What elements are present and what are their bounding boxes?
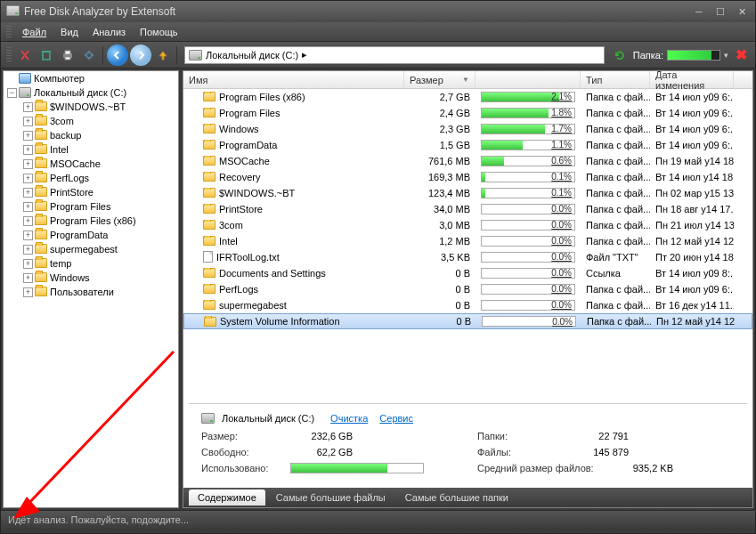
table-row[interactable]: System Volume Information0 B0.0%Папка с … <box>183 313 752 329</box>
minimize-button[interactable]: ─ <box>691 5 707 18</box>
table-row[interactable]: Intel1,2 MB0.0%Папка с фай...Пн 12 май у… <box>183 233 752 249</box>
tree-folder-item[interactable]: +temp <box>4 256 178 271</box>
tab-big-files[interactable]: Самые большие файлы <box>267 490 394 506</box>
tree-toggle-icon[interactable]: + <box>23 159 33 169</box>
tree-toggle-icon[interactable]: + <box>23 287 33 297</box>
folder-icon <box>203 140 215 150</box>
tree-folder-item[interactable]: +backup <box>4 128 178 142</box>
folder-icon-icon <box>35 244 47 255</box>
tree-toggle-icon[interactable]: + <box>23 259 33 269</box>
sort-desc-icon: ▼ <box>462 76 469 84</box>
tree-toggle-icon[interactable]: − <box>7 88 17 98</box>
folder-icon <box>203 268 215 278</box>
tree-toggle-icon[interactable]: + <box>23 273 33 283</box>
folder-icon-icon <box>35 187 47 198</box>
nav-back-button[interactable] <box>107 44 128 66</box>
tree-folder-item[interactable]: +ProgramData <box>4 228 178 242</box>
col-type[interactable]: Тип <box>581 71 650 88</box>
cell-name: Recovery <box>183 172 404 182</box>
service-link[interactable]: Сервис <box>379 413 413 424</box>
table-row[interactable]: MSOCache761,6 MB0.6%Папка с фай...Пн 19 … <box>183 153 752 169</box>
refresh-icon[interactable] <box>610 45 630 65</box>
tree-toggle-icon[interactable]: + <box>23 231 33 240</box>
tree-toggle-icon[interactable]: + <box>23 202 33 212</box>
cell-type: Папка с фай... <box>581 140 650 150</box>
cell-name: ProgramData <box>183 140 404 150</box>
menu-view[interactable]: Вид <box>53 24 85 40</box>
recycle-icon[interactable] <box>37 45 56 65</box>
tree-folder-item[interactable]: +Intel <box>4 142 178 157</box>
tree-folder-item[interactable]: +PerfLogs <box>4 171 178 185</box>
cleanup-link[interactable]: Очистка <box>330 413 368 424</box>
folder-icon-icon <box>35 215 47 226</box>
tree-toggle-icon[interactable]: + <box>23 188 33 198</box>
cell-size: 0 B <box>404 284 476 295</box>
tree-folder-item[interactable]: +Program Files (x86) <box>4 214 178 228</box>
tree-computer[interactable]: Компьютер <box>4 71 178 85</box>
menu-file[interactable]: Файл <box>15 24 53 40</box>
folder-icon-icon <box>35 201 47 212</box>
tree-label: Program Files (x86) <box>50 215 136 226</box>
tree-toggle-icon[interactable]: + <box>23 102 33 112</box>
summary-panel: Локальный диск (C:) Очистка Сервис Разме… <box>189 403 747 482</box>
tree-folder-item[interactable]: +PrintStore <box>4 185 178 199</box>
table-row[interactable]: $WINDOWS.~BT123,4 MB0.1%Папка с фай...Пн… <box>183 185 752 201</box>
cell-type: Файл "TXT" <box>581 252 650 263</box>
table-row[interactable]: Program Files (x86)2,7 GB2.1%Папка с фай… <box>183 89 752 105</box>
table-row[interactable]: PerfLogs0 B0.0%Папка с фай...Вт 14 июл у… <box>183 281 752 297</box>
settings-icon[interactable] <box>79 45 99 65</box>
table-row[interactable]: Documents and Settings0 B0.0%СсылкаВт 14… <box>183 265 752 281</box>
cell-name: Windows <box>183 124 404 134</box>
nav-up-icon[interactable] <box>153 45 173 65</box>
tab-content[interactable]: Содержимое <box>189 490 265 506</box>
table-row[interactable]: Recovery169,3 MB0.1%Папка с фай...Вт 14 … <box>183 169 752 185</box>
cell-type: Папка с фай... <box>581 316 651 327</box>
progress-dropdown[interactable]: ▾ <box>724 51 728 60</box>
table-row[interactable]: Program Files2,4 GB1.8%Папка с фай...Вт … <box>183 105 752 121</box>
maximize-button[interactable]: ☐ <box>712 5 728 18</box>
col-size[interactable]: Размер▼ <box>404 71 476 88</box>
table-row[interactable]: 3com3,0 MB0.0%Папка с фай...Пн 21 июл у1… <box>183 217 752 233</box>
menu-analysis[interactable]: Анализ <box>85 24 133 40</box>
tree-toggle-icon[interactable]: + <box>23 245 33 255</box>
menu-help[interactable]: Помощь <box>133 24 185 40</box>
folder-icon-icon <box>35 173 47 183</box>
files-value: 145 879 <box>566 447 629 457</box>
tree-toggle-icon[interactable]: + <box>23 145 33 155</box>
tree-panel: Компьютер−Локальный диск (C:)+$WINDOWS.~… <box>3 70 179 508</box>
tree-toggle-icon[interactable]: + <box>23 216 33 226</box>
tree-folder-item[interactable]: +Пользователи <box>4 285 178 299</box>
tab-big-folders[interactable]: Самые большие папки <box>396 490 517 506</box>
tree-toggle-icon[interactable]: + <box>23 174 33 183</box>
tree-label: Windows <box>50 272 90 283</box>
delete-icon[interactable] <box>15 45 35 65</box>
table-row[interactable]: supermegabest0 B0.0%Папка с фай...Вт 16 … <box>183 297 752 313</box>
table-row[interactable]: Windows2,3 GB1.7%Папка с фай...Вт 14 июл… <box>183 121 752 137</box>
table-row[interactable]: PrintStore34,0 MB0.0%Папка с фай...Пн 18… <box>183 201 752 217</box>
nav-forward-button[interactable] <box>130 44 151 66</box>
cell-bar: 1.7% <box>476 124 581 134</box>
tree-label: Program Files <box>50 201 110 212</box>
tree-folder-item[interactable]: +supermegabest <box>4 242 178 256</box>
tree-toggle-icon[interactable]: + <box>23 117 33 126</box>
table-row[interactable]: IFRToolLog.txt3,5 KB0.0%Файл "TXT"Пт 20 … <box>183 249 752 265</box>
separator <box>176 46 177 64</box>
tree-folder-item[interactable]: +MSOCache <box>4 157 178 171</box>
close-button[interactable]: ✕ <box>734 5 750 18</box>
cancel-icon[interactable]: ✖ <box>732 46 750 64</box>
col-name[interactable]: Имя <box>183 71 404 88</box>
tree-toggle-icon[interactable]: + <box>23 131 33 141</box>
table-row[interactable]: ProgramData1,5 GB1.1%Папка с фай...Вт 14… <box>183 137 752 153</box>
col-date[interactable]: Дата изменения <box>650 71 734 88</box>
print-icon[interactable] <box>58 45 77 65</box>
tree-folder-item[interactable]: +$WINDOWS.~BT <box>4 100 178 114</box>
breadcrumb[interactable]: Локальный диск (C:) ▸ <box>184 46 605 64</box>
col-bar[interactable] <box>476 71 581 88</box>
tree-folder-item[interactable]: +Program Files <box>4 199 178 214</box>
tree-drive[interactable]: −Локальный диск (C:) <box>4 85 178 100</box>
folder-icon-icon <box>35 158 47 169</box>
list-body: Program Files (x86)2,7 GB2.1%Папка с фай… <box>183 89 752 398</box>
avg-label: Средний размер файлов: <box>477 463 602 473</box>
tree-folder-item[interactable]: +3com <box>4 114 178 128</box>
tree-folder-item[interactable]: +Windows <box>4 271 178 285</box>
